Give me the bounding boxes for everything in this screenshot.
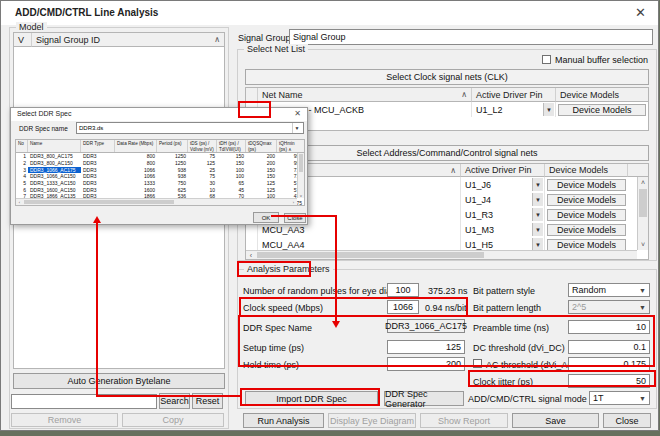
clk-col-driver-pin[interactable]: Active Driver Pin [472,88,556,102]
show-report-button[interactable]: Show Report [420,413,508,428]
bit-pattern-length-select[interactable]: 2^5▼ [568,300,650,314]
ddr-spec-row[interactable]: 2 DDR3_800_AC150 DDR3 800 1250 125 150 2… [16,160,304,167]
device-models-button[interactable]: Device Models [547,209,626,221]
chevron-down-icon[interactable]: ▼ [532,193,543,206]
model-col-signal-group[interactable]: Signal Group ID ∧ [32,33,224,47]
col-no[interactable]: No [16,140,28,152]
search-input[interactable] [11,394,157,409]
select-clk-nets-button[interactable]: Select Clock signal nets (CLK) [245,69,649,85]
device-models-button[interactable]: Device Models [547,179,626,191]
active-driver-pin-select[interactable]: U1_M3 ▼ [461,222,545,237]
device-models-button[interactable]: Device Models [547,194,626,206]
ddr-spec-row[interactable]: 3 DDR3_1066_AC175 DDR3 1066 938 25 100 1… [16,166,304,173]
chevron-down-icon[interactable]: ▼ [532,178,543,191]
clock-jitter-input[interactable]: 50 [568,374,650,388]
remove-button[interactable]: Remove [11,413,118,427]
scroll-left-icon[interactable]: ‹ [16,199,23,205]
device-models-button[interactable]: Device Models [558,104,646,116]
signal-mode-select[interactable]: 1T▼ [589,391,650,405]
copy-button[interactable]: Copy [122,413,224,427]
window-title: ADD/CMD/CTRL Line Analysis [15,7,158,18]
ddr-spec-name-label: DDR Spec Name [243,323,312,333]
popup-horizontal-scrollbar[interactable]: ‹ › [16,198,297,205]
signal-mode-label: ADD/CMD/CTRL signal mode [468,394,587,404]
import-ddr-spec-button[interactable]: Import DDR Spec [245,391,378,406]
save-button[interactable]: Save [512,413,599,428]
titlebar: ADD/CMD/CTRL Line Analysis ✕ [1,1,658,25]
acc-horizontal-scrollbar[interactable]: ‹ [246,250,637,259]
dc-threshold-label: DC threshold (dVi_DC) [473,343,565,353]
clk-col-net-name[interactable]: Net Name ∧ [258,88,472,102]
acc-col-driver-pin[interactable]: Active Driver Pin [461,164,545,177]
scroll-right-icon[interactable]: › [290,199,297,205]
sort-asc-icon[interactable]: ∧ [214,35,220,44]
clock-speed-label: Clock speed (Mbps) [243,303,323,313]
active-driver-pin-select[interactable]: U1_J6 ▼ [461,177,545,192]
run-analysis-button[interactable]: Run Analysis [243,413,324,428]
preamble-time-label: Preamble time (ns) [473,323,549,333]
setup-time-label: Setup time (ps) [243,343,304,353]
ddr-spec-row[interactable]: 1 DDR3_800_AC175 DDR3 800 1250 75 150 20… [16,153,304,160]
ddr-spec-name-combo[interactable]: DDR3.ds ▼ [76,122,304,134]
scroll-down-icon[interactable]: ˅ [298,192,304,198]
active-driver-pin-select[interactable]: U1_J4 ▼ [461,192,545,207]
popup-close-icon[interactable]: ✕ [294,109,301,118]
acc-col-device-models[interactable]: Device Models [545,164,628,177]
popup-ok-button[interactable]: OK [253,212,279,223]
bit-pattern-length-label: Bit pattern length [473,303,541,313]
active-driver-pin-select[interactable]: U1_R3 ▼ [461,207,545,222]
chevron-down-icon[interactable]: ▼ [532,208,543,221]
col-name[interactable]: Name [28,140,81,152]
scroll-up-icon[interactable]: ˄ [638,177,648,188]
ddr-spec-table: No Name DDR Type Data Rate (Mbps) Period… [15,139,305,206]
col-tds[interactable]: tDS (ps) /VdIvw (mV) [188,140,217,152]
pulses-input[interactable]: 100 [387,283,419,297]
chevron-down-icon[interactable]: ▼ [543,103,554,116]
spec-name-cell: DDR3_800_AC175 [28,153,81,159]
bit-pattern-style-select[interactable]: Random▼ [568,283,650,297]
device-models-button[interactable]: Device Models [547,224,626,236]
auto-generation-bytelane-button[interactable]: Auto Generation Bytelane [13,373,225,389]
search-button[interactable]: Search [159,393,190,409]
scroll-left-icon[interactable]: ‹ [246,251,256,259]
dc-threshold-input[interactable]: 0.1 [568,340,650,354]
ac-threshold-checkbox[interactable] [473,359,482,368]
chevron-down-icon[interactable]: ▼ [532,223,543,236]
setup-time-input[interactable]: 125 [387,340,465,354]
manual-buffer-checkbox[interactable] [542,55,551,64]
display-eye-diagram-button[interactable]: Display Eye Diagram [328,413,416,428]
scroll-down-icon[interactable]: ˅ [638,239,648,250]
ddr-spec-generator-button[interactable]: DDR Spec Generator [384,391,464,406]
col-data-rate[interactable]: Data Rate (Mbps) [115,140,157,152]
chevron-down-icon: ▼ [639,287,646,294]
close-button[interactable]: Close [603,413,651,428]
col-tqhmin[interactable]: tQHmin (ps) ∧ [277,140,304,152]
popup-vertical-scrollbar[interactable]: ˅ [297,153,304,198]
acc-vertical-scrollbar[interactable]: ˄ ˅ [637,177,648,250]
ddr-spec-row[interactable]: 5 DDR3_1333_AC150 DDR3 1333 750 30 65 12… [16,180,304,187]
popup-close-button[interactable]: Close [284,213,306,223]
reset-button[interactable]: Reset [192,393,223,409]
sort-asc-icon[interactable]: ∧ [461,90,467,99]
col-ddr-type[interactable]: DDR Type [81,140,115,152]
model-col-v[interactable]: V [14,33,32,47]
col-tdh[interactable]: tDH (ps) /TdIVW(UI) [217,140,246,152]
ddr-spec-row[interactable]: 4 DDR3_1066_AC150 DDR3 1066 938 75 100 1… [16,173,304,180]
active-driver-pin-select[interactable]: U1_L2 ▼ [472,102,556,117]
sort-asc-icon[interactable]: ∧ [450,166,456,175]
hold-time-label: Hold time (ps) [243,360,299,370]
sort-asc-icon: ∧ [288,147,291,152]
hold-time-input[interactable]: 200 [387,357,465,371]
spec-name-cell: DDR3_800_AC150 [28,160,81,166]
preamble-time-input[interactable]: 10 [568,320,650,334]
close-icon[interactable]: ✕ [635,5,646,20]
device-models-button[interactable]: Device Models [547,239,626,251]
col-tdqsqmax[interactable]: tDQSQmax (ps) [246,140,277,152]
clock-speed-input[interactable]: 1066 [387,300,419,314]
clk-col-device-models[interactable]: Device Models [556,88,648,102]
chevron-down-icon[interactable]: ▼ [292,123,301,133]
signal-group-id-input[interactable]: Signal Group [289,29,653,45]
col-period[interactable]: Period (ps) [157,140,188,152]
ddr-spec-row[interactable]: 6 DDR3_1600_AC150 DDR3 1600 625 10 45 12… [16,186,304,193]
ac-threshold-input[interactable]: 0.175 [568,357,650,371]
